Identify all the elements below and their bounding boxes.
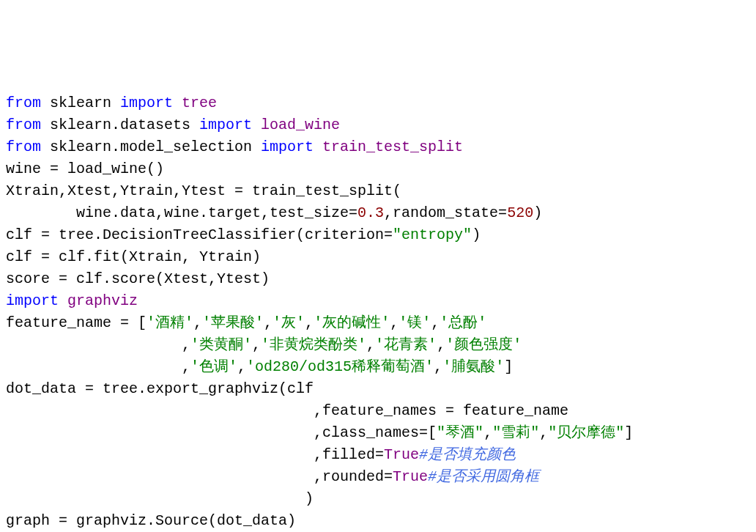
code-token: ,class_names=[ (6, 424, 437, 441)
code-line: dot_data = tree.export_graphviz(clf (6, 378, 750, 400)
code-token: load_wine (261, 117, 340, 133)
code-token: ] (504, 358, 513, 375)
code-line: from sklearn.model_selection import trai… (6, 136, 750, 158)
code-token: train_test_split (322, 138, 463, 155)
code-token: "贝尔摩德" (548, 424, 624, 441)
code-line: ,'类黄酮','非黄烷类酚类','花青素','颜色强度' (6, 334, 750, 356)
code-token: , (366, 336, 375, 353)
code-token: "entropy" (393, 226, 472, 243)
code-line: Xtrain,Xtest,Ytrain,Ytest = train_test_s… (6, 180, 750, 202)
code-token: '灰的碱性' (314, 314, 390, 331)
code-token: '灰' (273, 314, 305, 331)
code-line: clf = tree.DecisionTreeClassifier(criter… (6, 224, 750, 246)
code-token: wine.data,wine.target,test_size= (6, 204, 357, 221)
code-token: , (305, 314, 314, 331)
code-token: '花青素' (375, 336, 437, 353)
code-token: , (431, 314, 440, 331)
code-token: ) (533, 204, 542, 221)
code-token: clf = clf.fit(Xtrain, Ytrain) (6, 248, 261, 265)
code-token: 520 (507, 204, 533, 221)
code-token: "雪莉" (492, 424, 539, 441)
code-token: from (6, 138, 50, 155)
code-line: ,class_names=["琴酒","雪莉","贝尔摩德"] (6, 422, 750, 444)
code-token: '类黄酮' (190, 336, 252, 353)
code-line: ,filled=True#是否填充颜色 (6, 444, 750, 466)
code-token: "琴酒" (437, 424, 483, 441)
code-token: clf = tree.DecisionTreeClassifier(criter… (6, 226, 393, 243)
code-line: score = clf.score(Xtest,Ytest) (6, 268, 750, 290)
code-token: #是否采用圆角框 (428, 468, 539, 485)
code-token: sklearn (50, 95, 120, 111)
code-token: , (483, 424, 492, 441)
code-token: , (264, 314, 273, 331)
code-token: ,random_state= (384, 204, 507, 221)
code-token: import (6, 292, 67, 309)
code-token: , (390, 314, 399, 331)
code-line: from sklearn.datasets import load_wine (6, 114, 750, 136)
code-token: dot_data = tree.export_graphviz(clf (6, 380, 314, 397)
code-line: ) (6, 488, 750, 510)
code-line: graph = graphviz.Source(dot_data) (6, 510, 750, 532)
code-token: , (6, 336, 190, 353)
code-line: ,'色调','od280/od315稀释葡萄酒','脯氨酸'] (6, 356, 750, 378)
code-token: model_selection (120, 138, 261, 155)
code-token: True (384, 446, 419, 463)
code-token: wine = load_wine() (6, 160, 164, 177)
code-token: from (6, 117, 50, 133)
code-token: . (111, 138, 120, 155)
code-token: import (120, 95, 182, 111)
code-token: graph = graphviz.Source(dot_data) (6, 512, 296, 529)
code-token: , (252, 336, 261, 353)
code-line: clf = clf.fit(Xtrain, Ytrain) (6, 246, 750, 268)
code-token: , (6, 358, 190, 375)
code-token: '非黄烷类酚类' (261, 336, 366, 353)
code-token: 'od280/od315稀释葡萄酒' (246, 358, 434, 375)
code-token: '脯氨酸' (442, 358, 504, 375)
code-token: ,feature_names = feature_name (6, 402, 568, 419)
code-token: ) (6, 490, 314, 507)
code-token: tree (182, 95, 217, 111)
code-token: , (434, 358, 442, 375)
code-token: '总酚' (440, 314, 486, 331)
code-token: ] (624, 424, 633, 441)
code-token: datasets (120, 117, 199, 133)
code-line: from sklearn import tree (6, 92, 750, 114)
code-token: . (111, 117, 120, 133)
code-token: from (6, 95, 50, 111)
code-token: '苹果酸' (202, 314, 264, 331)
code-token: '色调' (190, 358, 237, 375)
code-line: ,feature_names = feature_name (6, 400, 750, 422)
code-token: ,filled= (6, 446, 384, 463)
code-token: Xtrain,Xtest,Ytrain,Ytest = train_test_s… (6, 182, 401, 199)
code-line: import graphviz (6, 290, 750, 312)
code-token: score = clf.score(Xtest,Ytest) (6, 270, 270, 287)
code-token: ) (472, 226, 481, 243)
code-token: , (237, 358, 246, 375)
code-block: from sklearn import treefrom sklearn.dat… (6, 92, 750, 532)
code-token: , (539, 424, 548, 441)
code-token: ,rounded= (6, 468, 393, 485)
code-line: wine = load_wine() (6, 158, 750, 180)
code-token: import (261, 138, 322, 155)
code-token: , (193, 314, 202, 331)
code-token: sklearn (50, 117, 111, 133)
code-token: sklearn (50, 138, 111, 155)
code-token: '酒精' (147, 314, 193, 331)
code-line: wine.data,wine.target,test_size=0.3,rand… (6, 202, 750, 224)
code-token: True (393, 468, 428, 485)
code-line: feature_name = ['酒精','苹果酸','灰','灰的碱性','镁… (6, 312, 750, 334)
code-token: feature_name = [ (6, 314, 147, 331)
code-token: '镁' (399, 314, 431, 331)
code-token: #是否填充颜色 (419, 446, 516, 463)
code-token: 0.3 (357, 204, 384, 221)
code-token: , (437, 336, 445, 353)
code-token: import (199, 117, 261, 133)
code-token: graphviz (67, 292, 138, 309)
code-token: '颜色强度' (445, 336, 522, 353)
code-line: ,rounded=True#是否采用圆角框 (6, 466, 750, 488)
